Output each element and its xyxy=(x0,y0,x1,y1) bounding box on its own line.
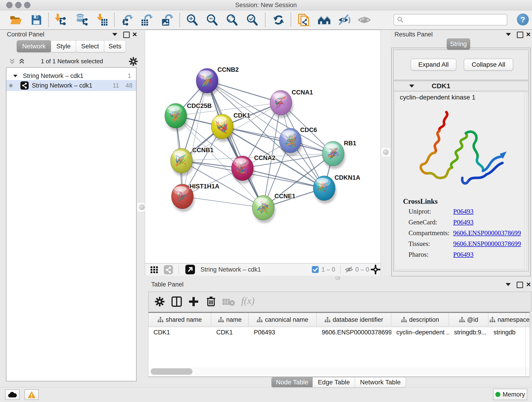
table-panel-close-icon[interactable]: × xyxy=(526,282,531,287)
table-cell[interactable]: 9606.ENSP00000378699 xyxy=(317,329,391,336)
save-session-button[interactable] xyxy=(30,13,43,27)
crosslinks-list: Uniprot:P06493GeneCard:P06493Compartment… xyxy=(395,208,527,267)
crosslink-value-link[interactable]: P06493 xyxy=(453,251,474,258)
control-panel-title: Control Panel xyxy=(7,31,44,38)
tab-node-table[interactable]: Node Table xyxy=(272,377,313,387)
network-node-RB1[interactable] xyxy=(322,141,345,169)
table-cell[interactable]: P06493 xyxy=(249,329,317,336)
table-cell[interactable]: stringdb:9... xyxy=(449,329,488,336)
network-node-CDC6[interactable] xyxy=(279,128,302,156)
control-panel-close-icon[interactable]: × xyxy=(133,32,137,37)
crosslink-value-link[interactable]: P06493 xyxy=(453,208,474,215)
grid-view-icon[interactable] xyxy=(151,266,158,273)
network-node-CDKN1A[interactable] xyxy=(313,176,336,204)
gene-card-collapse-icon[interactable] xyxy=(409,85,414,88)
table-cell[interactable]: stringdb xyxy=(488,329,531,336)
network-canvas[interactable]: CCNB2CCNA1CDC25BCDK1CDC6RB1CCNB1CCNA2CDK… xyxy=(145,30,380,263)
import-table-button[interactable] xyxy=(95,13,108,27)
export-table-button[interactable] xyxy=(140,13,153,27)
network-node-CCNA1[interactable] xyxy=(270,90,293,118)
memory-button[interactable]: Memory xyxy=(493,389,527,400)
tab-string[interactable]: String xyxy=(447,38,470,50)
copy-network-button[interactable] xyxy=(297,13,310,27)
table-row[interactable]: CDK1CDK1P064939606.ENSP00000378699cyclin… xyxy=(148,327,530,338)
fit-selected-crosshair-icon[interactable] xyxy=(371,265,380,274)
column-header-namespace[interactable]: namespace xyxy=(488,313,531,327)
results-panel-menu-icon[interactable] xyxy=(506,33,511,36)
results-panel-close-icon[interactable]: × xyxy=(526,32,531,37)
crosslink-value-link[interactable]: P06493 xyxy=(453,218,474,226)
tab-sets[interactable]: Sets xyxy=(104,40,126,52)
export-table-icon xyxy=(140,13,153,27)
home-view-button[interactable] xyxy=(317,13,331,27)
crosslink-value-link[interactable]: 9606.ENSP00000378699 xyxy=(453,229,521,237)
column-header-description[interactable]: description xyxy=(391,313,449,327)
right-splitter-handle[interactable] xyxy=(381,147,391,157)
delete-table-icon-disabled xyxy=(222,298,235,306)
table-gear-icon[interactable] xyxy=(155,297,165,307)
results-panel-float-icon[interactable] xyxy=(517,32,523,38)
home-pair-icon xyxy=(317,13,331,27)
expand-all-button[interactable]: Expand All xyxy=(411,59,456,70)
collapse-all-button[interactable]: Collapse All xyxy=(464,59,513,70)
table-cell[interactable]: CDK1 xyxy=(148,329,211,336)
network-node-CCNB2[interactable] xyxy=(196,68,219,96)
import-network-from-database-button[interactable] xyxy=(75,13,88,27)
export-image-button[interactable] xyxy=(160,13,173,27)
tab-edge-table[interactable]: Edge Table xyxy=(312,377,355,387)
delete-column-icon[interactable] xyxy=(206,296,216,307)
table-panel-menu-icon[interactable] xyxy=(506,283,511,286)
vertical-scrollbar[interactable] xyxy=(526,313,526,376)
network-node-CCNA2[interactable] xyxy=(231,156,254,184)
add-column-icon[interactable] xyxy=(188,296,199,307)
gene-card-header[interactable]: CDK1 xyxy=(394,81,528,91)
tab-select[interactable]: Select xyxy=(76,40,104,52)
selected-checkbox-icon[interactable] xyxy=(312,266,319,273)
table-panel: Table Panel × xyxy=(148,279,532,387)
table-panel-float-icon[interactable] xyxy=(517,282,523,288)
crosslink-value-link[interactable]: 9606.ENSP00000378699 xyxy=(453,240,521,248)
network-node-CDC25B[interactable] xyxy=(165,103,188,131)
table-cell[interactable]: cyclin–dependent ... xyxy=(391,329,449,336)
network-node-CDK1[interactable] xyxy=(211,114,234,142)
collection-expand-icon[interactable] xyxy=(13,75,17,77)
network-node-CCNE1[interactable] xyxy=(252,195,275,223)
collection-label: String Network – cdk1 xyxy=(23,72,83,80)
export-network-button[interactable] xyxy=(121,13,134,27)
show-graphics-details-button[interactable] xyxy=(358,13,371,27)
control-panel-menu-icon[interactable] xyxy=(112,33,117,36)
hide-graphics-details-button[interactable] xyxy=(338,13,351,27)
table-cell[interactable]: CDK1 xyxy=(211,329,249,336)
cloud-button[interactable] xyxy=(5,389,20,400)
zoom-fit-button[interactable] xyxy=(225,13,239,27)
network-row-selected[interactable]: String Network – cdk1 11 48 xyxy=(6,80,136,91)
zoom-in-button[interactable] xyxy=(185,13,199,27)
column-header-database-identifier[interactable]: database identifier xyxy=(317,313,391,327)
zoom-selected-button[interactable] xyxy=(245,13,259,27)
import-network-button[interactable] xyxy=(53,13,67,27)
column-header-name[interactable]: name xyxy=(211,313,249,327)
network-collection-row[interactable]: String Network – cdk1 1 xyxy=(6,70,136,81)
tab-network-table[interactable]: Network Table xyxy=(355,377,406,387)
select-columns-icon[interactable] xyxy=(171,296,182,307)
open-in-window-icon[interactable] xyxy=(185,265,195,274)
horizontal-scrollbar[interactable] xyxy=(149,367,529,376)
column-header--id[interactable]: @id xyxy=(449,313,488,327)
column-header-shared-name[interactable]: shared name xyxy=(148,313,211,327)
refresh-button[interactable] xyxy=(272,13,285,27)
results-scrollbar[interactable] xyxy=(524,92,525,269)
cloud-icon xyxy=(8,391,17,398)
warning-button[interactable] xyxy=(25,389,39,400)
gear-icon[interactable] xyxy=(129,57,138,66)
tab-network[interactable]: Network xyxy=(17,40,51,52)
control-panel-float-icon[interactable] xyxy=(123,32,130,38)
column-header-canonical-name[interactable]: canonical name xyxy=(249,313,317,327)
search-input[interactable] xyxy=(394,14,507,26)
tab-style[interactable]: Style xyxy=(51,40,76,52)
memory-label: Memory xyxy=(503,391,525,398)
share-view-icon[interactable] xyxy=(164,265,173,274)
crosslinks-title: CrossLinks xyxy=(403,197,438,206)
zoom-out-button[interactable] xyxy=(205,13,219,27)
open-session-button[interactable] xyxy=(9,13,23,27)
help-button[interactable]: ? xyxy=(517,13,529,26)
